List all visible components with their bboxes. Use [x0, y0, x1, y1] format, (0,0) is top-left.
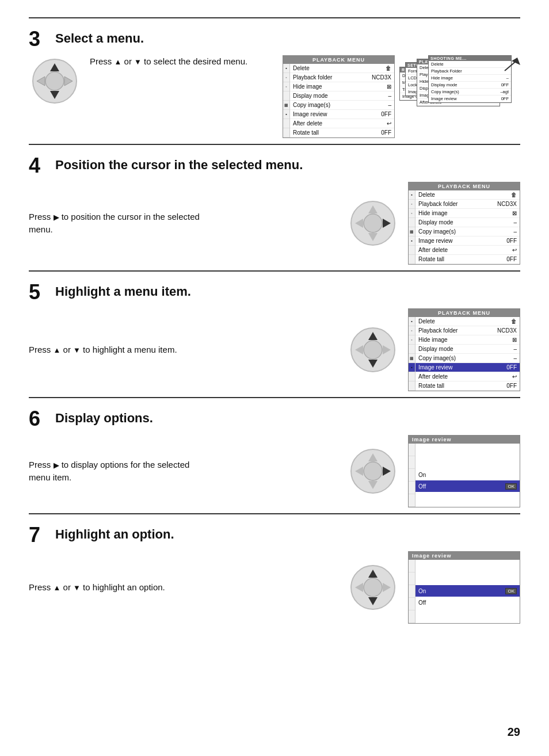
menu-row-delete: Delete🗑 [290, 64, 394, 73]
step-3-menu-content: ▪ ◦ ◦ ▦ ▪ Delete🗑 Playback folderNCD3X [283, 64, 394, 138]
step-4-menu-screen: PLAYBACK MENU ▪ ◦ ◦ ▦ ▪ [408, 182, 520, 265]
mr-hide: Hide image⊠ [415, 209, 520, 218]
step-3-section: 3 Select a menu. [29, 17, 520, 144]
s5-rotate: Rotate tall0FF [415, 381, 520, 391]
page-number: 29 [508, 726, 520, 739]
step-5-text: Press or to highlight a menu item. [29, 343, 213, 357]
dpad-right-icon [347, 197, 399, 249]
mi-hid: ◦ [409, 209, 415, 218]
s5-folder: Playback folderNCD3X [415, 326, 520, 335]
step-3-number: 3 [29, 29, 47, 49]
s7-off: Off [415, 597, 520, 608]
menu-row-display: Display mode– [290, 91, 394, 101]
step-4-menu-icons: ▪ ◦ ◦ ▦ ▪ [409, 190, 415, 264]
stacked-menu-shooting: SHOOTING ME... Delete Playback Folder Hi… [428, 55, 512, 103]
menu-icon-copy: ▦ [283, 101, 289, 110]
step-7-text: Press or to highlight an option. [29, 581, 213, 594]
s5-copy: Copy image(s)– [415, 354, 520, 363]
s7-blank1 [415, 561, 520, 577]
menu-icon-review: ▪ [283, 110, 289, 119]
mr-rotate: Rotate tall0FF [415, 255, 520, 264]
mr-after: After delete↩ [415, 246, 520, 255]
svg-point-27 [364, 578, 382, 597]
step-5-icons: ▪ ◦ ◦ ▦ ▪ [409, 317, 415, 391]
step-7-review-rows: OnOK Off [415, 560, 520, 623]
step-6-review-screen: Image review On O [408, 435, 520, 507]
s5-display: Display mode– [415, 345, 520, 354]
s7-blank2 [415, 577, 520, 585]
dpad-updown-icon [29, 55, 81, 107]
step-7-body: Press or to highlight an option. Image r… [29, 551, 520, 624]
step-3-left [29, 55, 81, 107]
s6-blank2 [415, 461, 520, 469]
step-5-visuals: PLAYBACK MENU ▪ ◦ ◦ ▦ ▪ [347, 308, 520, 391]
step-4-menu-rows: Delete🗑 Playback folderNCD3X Hide image⊠… [415, 190, 520, 264]
mi-cop: ▦ [409, 227, 415, 236]
svg-point-9 [364, 214, 382, 232]
menu-icon-hide: ◦ [283, 82, 289, 91]
step-6-visuals: Image review On O [347, 435, 520, 507]
s7-on-highlighted: OnOK [415, 585, 520, 597]
svg-point-1 [45, 72, 64, 90]
step-6-header: 6 Display options. [29, 408, 520, 429]
step-4-visuals: PLAYBACK MENU ▪ ◦ ◦ ▦ ▪ [347, 182, 520, 265]
menu-row-hide: Hide image⊠ [290, 82, 394, 91]
mr-display: Display mode– [415, 218, 520, 227]
s6-blank1 [415, 445, 520, 461]
s5-delete: Delete🗑 [415, 317, 520, 326]
step-6-section: 6 Display options. Press to display opti… [29, 397, 520, 513]
menu-icon-folder: ◦ [283, 73, 289, 82]
menu-icon-after [283, 119, 289, 128]
step-6-text: Press to display options for the selecte… [29, 459, 213, 484]
step-3-menu-icons: ▪ ◦ ◦ ▦ ▪ [283, 64, 290, 138]
step-3-text: Press or to select the desired menu. [90, 55, 273, 68]
step-7-review-body: OnOK Off [409, 560, 520, 623]
step-5-rows: Delete🗑 Playback folderNCD3X Hide image⊠… [415, 317, 520, 391]
dpad-right2-icon [347, 445, 399, 497]
s5-review-highlighted: Image review0FF [415, 363, 520, 372]
menu-icon-display [283, 91, 289, 101]
step-4-menu-header: PLAYBACK MENU [409, 182, 520, 190]
mr-delete: Delete🗑 [415, 190, 520, 200]
menu-icon-rotate [283, 128, 289, 138]
stacked-arrow-icon [500, 56, 520, 74]
step-7-visuals: Image review OnOK [347, 551, 520, 624]
menu-row-rotate: Rotate tall0FF [290, 128, 394, 138]
step-4-number: 4 [29, 155, 47, 176]
step-5-title: Highlight a menu item. [55, 282, 191, 299]
step-4-title: Position the cursor in the selected menu… [55, 155, 303, 173]
step-5-menu-content: ▪ ◦ ◦ ▦ ▪ Delete🗑 Playback folderNCD3X [409, 317, 520, 391]
step-4-menu-content: ▪ ◦ ◦ ▦ ▪ Delete🗑 Playback folderNCD3X [409, 190, 520, 264]
step-3-title: Select a menu. [55, 29, 144, 46]
mi-fol: ◦ [409, 200, 415, 209]
step-7-review-header: Image review [409, 552, 520, 560]
mr-review: Image review0FF [415, 236, 520, 246]
step-7-review-icons [409, 560, 415, 623]
mr-copy: Copy image(s)– [415, 227, 520, 236]
step-5-body: Press or to highlight a menu item. PLAYB… [29, 308, 520, 391]
mi-aft [409, 246, 415, 255]
menu-row-review: Image review0FF [290, 110, 394, 119]
step-7-title: Highlight an option. [55, 525, 174, 542]
step-6-number: 6 [29, 408, 47, 429]
step-5-section: 5 Highlight a menu item. Press or to hig… [29, 270, 520, 397]
menu-icon-delete: ▪ [283, 64, 289, 73]
step-3-menu-screen: PLAYBACK MENU ▪ ◦ ◦ ▦ ▪ [283, 55, 395, 138]
step-5-header: 5 Highlight a menu item. [29, 282, 520, 303]
step-3-menu-rows: Delete🗑 Playback folderNCD3X Hide image⊠… [290, 64, 394, 138]
svg-point-21 [364, 462, 382, 480]
svg-line-7 [505, 61, 516, 71]
step-4-text: Press to position the cursor in the sele… [29, 211, 213, 236]
dpad-updown2-icon [347, 324, 399, 376]
step-6-review-body: On OffOK [409, 444, 520, 507]
dpad-updown3-icon [347, 562, 399, 613]
step-3-body: Press or to select the desired menu. PLA… [29, 55, 520, 138]
s6-off-highlighted: OffOK [415, 480, 520, 492]
menu-row-copy: Copy image(s)– [290, 101, 394, 110]
step-4-section: 4 Position the cursor in the selected me… [29, 144, 520, 270]
mr-folder: Playback folderNCD3X [415, 200, 520, 209]
step-4-body: Press to position the cursor in the sele… [29, 182, 520, 265]
mi-rev: ▪ [409, 236, 415, 246]
step-5-menu-header: PLAYBACK MENU [409, 309, 520, 317]
s5-hide: Hide image⊠ [415, 335, 520, 345]
